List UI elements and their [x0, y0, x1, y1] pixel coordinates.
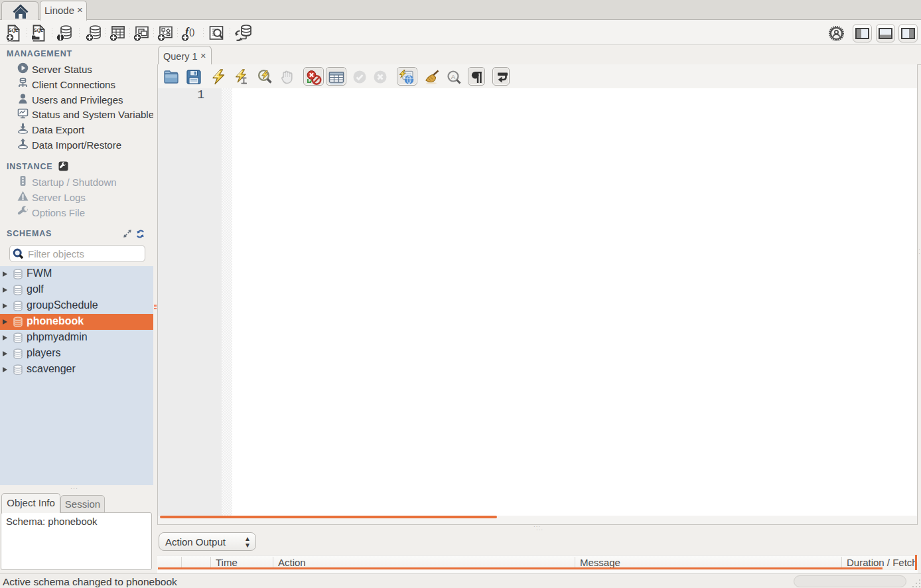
svg-text:SQL: SQL	[9, 28, 19, 33]
svg-text:(): ()	[189, 27, 194, 37]
svg-text:A: A	[451, 73, 456, 80]
svg-text:SQL: SQL	[34, 28, 44, 33]
